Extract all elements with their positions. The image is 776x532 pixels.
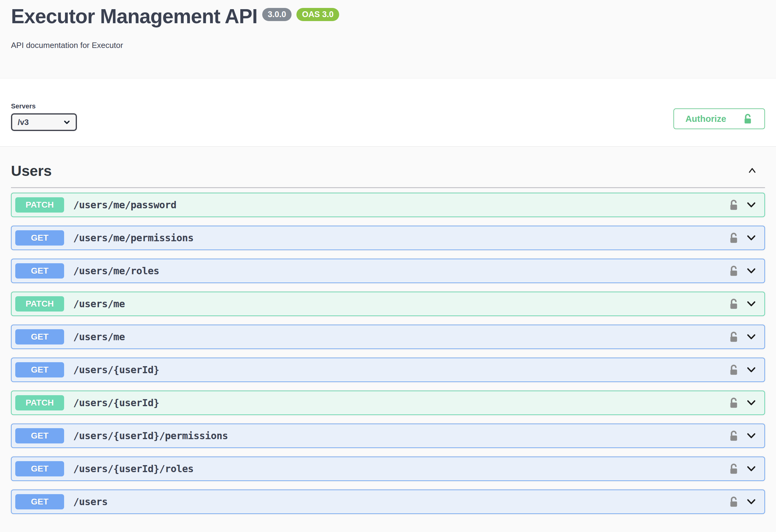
operation-row[interactable]: GET /users/{userId} [11,358,765,382]
operation-row[interactable]: PATCH /users/{userId} [11,391,765,415]
chevron-down-icon[interactable] [745,265,758,277]
operation-row[interactable]: GET /users/{userId}/roles [11,457,765,481]
row-controls [728,331,758,343]
unlocked-padlock-icon[interactable] [728,463,739,475]
chevron-down-icon[interactable] [745,397,758,409]
servers-block: Servers /v3 [11,102,77,131]
chevron-up-icon [746,165,758,176]
unlocked-padlock-icon[interactable] [728,298,739,310]
operations-section: Users PATCH /users/me/password GET /user… [0,147,776,514]
unlocked-padlock-icon[interactable] [728,430,739,442]
swagger-ui-page: Executor Management API 3.0.0 OAS 3.0 AP… [0,0,776,514]
chevron-down-icon[interactable] [745,298,758,310]
collapse-section-button[interactable] [742,165,762,177]
row-controls [728,364,758,376]
authorize-button[interactable]: Authorize [673,109,765,129]
operation-row[interactable]: GET /users/{userId}/permissions [11,423,765,448]
method-badge: GET [15,263,64,279]
operation-path: /users/{userId}/permissions [73,430,728,441]
servers-selected-value: /v3 [18,118,29,127]
row-controls [728,463,758,475]
chevron-down-icon[interactable] [745,496,758,508]
chevron-down-icon[interactable] [745,331,758,343]
row-controls [728,430,758,442]
method-badge: GET [15,461,64,477]
operation-path: /users/me [73,298,728,310]
unlocked-padlock-icon [742,113,753,125]
section-header[interactable]: Users [11,147,765,188]
method-badge: PATCH [15,296,64,312]
row-controls [728,298,758,310]
unlocked-padlock-icon[interactable] [728,496,739,508]
operation-path: /users/me/permissions [73,232,728,244]
page-title: Executor Management API [11,4,257,28]
scheme-container: Servers /v3 Authorize [0,78,776,147]
chevron-down-icon[interactable] [745,364,758,376]
operation-path: /users/{userId} [73,397,728,409]
operation-row[interactable]: GET /users/me [11,325,765,349]
servers-select[interactable]: /v3 [11,113,77,131]
operation-list: PATCH /users/me/password GET /users/me/p… [11,193,765,514]
unlocked-padlock-icon[interactable] [728,331,739,343]
unlocked-padlock-icon[interactable] [728,364,739,376]
method-badge: GET [15,230,64,245]
chevron-down-icon[interactable] [745,430,758,442]
version-badge: 3.0.0 [262,8,292,21]
chevron-down-icon[interactable] [745,199,758,211]
operation-path: /users/me/password [73,199,728,211]
api-info-section: Executor Management API 3.0.0 OAS 3.0 AP… [0,0,776,78]
title-row: Executor Management API 3.0.0 OAS 3.0 [11,4,764,28]
row-controls [728,496,758,508]
row-controls [728,199,758,211]
operation-path: /users/{userId} [73,364,728,376]
operation-path: /users/me [73,331,728,343]
operation-row[interactable]: GET /users/me/permissions [11,226,765,250]
api-description: API documentation for Executor [11,41,764,50]
unlocked-padlock-icon[interactable] [728,232,739,244]
authorize-label: Authorize [685,114,726,124]
operation-row[interactable]: GET /users [11,490,765,514]
operation-row[interactable]: GET /users/me/roles [11,259,765,283]
operation-path: /users [73,496,728,508]
operation-path: /users/{userId}/roles [73,463,728,475]
row-controls [728,265,758,277]
method-badge: GET [15,362,64,377]
unlocked-padlock-icon[interactable] [728,265,739,277]
select-chevron-down-icon [63,119,71,126]
method-badge: GET [15,494,64,509]
operation-row[interactable]: PATCH /users/me [11,292,765,316]
unlocked-padlock-icon[interactable] [728,199,739,211]
section-title: Users [11,162,52,179]
chevron-down-icon[interactable] [745,232,758,244]
oas-badge: OAS 3.0 [297,8,339,21]
chevron-down-icon[interactable] [745,463,758,475]
servers-label: Servers [11,102,77,110]
method-badge: GET [15,428,64,444]
operation-path: /users/me/roles [73,265,728,277]
row-controls [728,232,758,244]
method-badge: PATCH [15,197,64,212]
operation-row[interactable]: PATCH /users/me/password [11,193,765,217]
method-badge: PATCH [15,395,64,410]
method-badge: GET [15,329,64,345]
row-controls [728,397,758,409]
unlocked-padlock-icon[interactable] [728,397,739,409]
